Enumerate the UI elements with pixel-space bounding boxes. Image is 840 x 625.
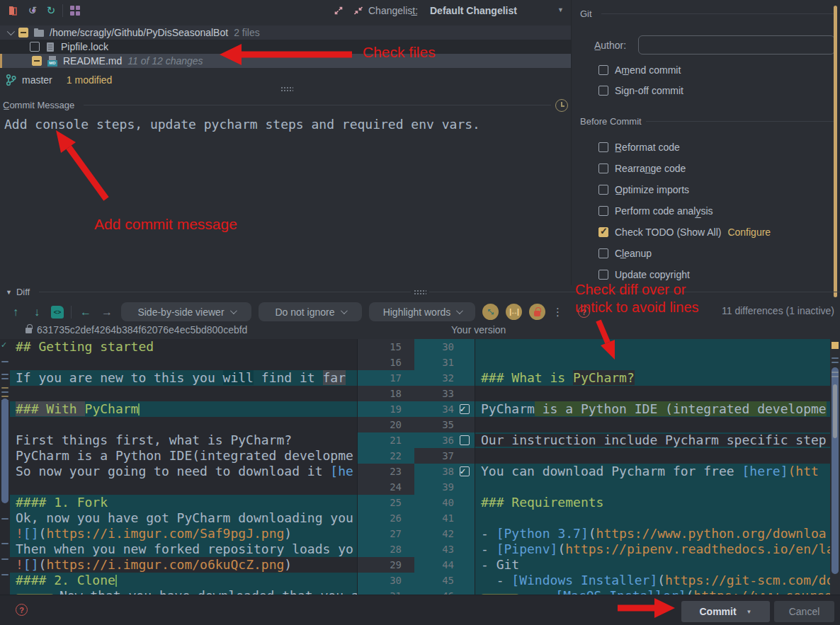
disable-editing-toggle[interactable] (529, 304, 545, 320)
diff-gutter-row: 2540 (358, 495, 475, 510)
before-commit-item-4-checkbox[interactable] (598, 227, 608, 237)
diff-section-label: Diff (16, 287, 30, 297)
viewer-mode-dropdown[interactable]: Side-by-side viewer (121, 302, 251, 321)
author-label: A̲uthor: (594, 40, 626, 51)
diff-left-pane[interactable]: ## Getting startedIf you are new to this… (10, 339, 358, 595)
toolbar-separator (71, 306, 72, 319)
git-option-0[interactable]: Am̲end commit (598, 63, 681, 77)
annotation-check-diff-line1: Check diff over or (575, 282, 686, 298)
diff-line: First things first, what is PyCharm? (10, 432, 357, 448)
root-checkbox[interactable] (18, 28, 28, 38)
whitespace-dropdown[interactable]: Do not ignore (259, 302, 362, 321)
tree-row-root[interactable]: /home/scragly/Github/PyDisSeasonalBot 2 … (0, 25, 571, 40)
commit-options-caret-icon[interactable]: ▼ (747, 609, 752, 615)
before-commit-item-0[interactable]: R̲eformat code (598, 140, 680, 154)
synchronize-scrolling-toggle[interactable]: |↔| (506, 304, 522, 320)
next-change-icon[interactable]: → (100, 306, 114, 319)
diff-right-pane[interactable]: ### What is PyCharm?PyCharm is a Python … (475, 339, 830, 595)
diff-line: #### 2. Clone (10, 573, 357, 588)
changelist-dropdown[interactable]: Default Changelist (430, 5, 517, 16)
previous-difference-icon[interactable]: ↑ (8, 306, 23, 319)
include-change-checkbox[interactable] (460, 466, 470, 476)
diff-splitter-handle[interactable] (414, 289, 426, 294)
error-stripe-marker (832, 342, 839, 349)
before-commit-item-2[interactable]: O̲ptimize imports (598, 183, 689, 197)
right-side-title: Your version (451, 324, 506, 336)
annotation-check-diff-line2: untick to avoid lines (575, 299, 699, 316)
annotation-add-commit-message: Add commit message (94, 216, 237, 233)
before-commit-item-5[interactable]: Cl̲eanup (598, 246, 652, 260)
diff-gutter-row: 1732 (358, 370, 475, 386)
diff-gutter: 1530163117321833193420352136223723382439… (358, 339, 475, 595)
readme-checkbox[interactable] (32, 56, 42, 66)
tree-row-pipfile[interactable]: Pipfile.lock (0, 40, 571, 54)
right-editor-scrollbar[interactable] (830, 339, 840, 595)
git-branch-icon (6, 74, 16, 86)
diff-line: If you are new to this you will find it … (10, 370, 357, 386)
before-commit-item-1[interactable]: Rearran̲ge code (598, 161, 686, 176)
collapse-diff-icon[interactable]: ▼ (6, 289, 12, 296)
branch-name[interactable]: master (22, 74, 52, 86)
history-icon-dot (32, 9, 35, 12)
message-history-icon[interactable] (555, 99, 568, 112)
git-option-1-checkbox[interactable] (598, 86, 608, 96)
highlight-mode-dropdown[interactable]: Highlight words (369, 302, 475, 321)
before-commit-item-0-checkbox[interactable] (598, 142, 608, 152)
editor-settings-icon[interactable]: ⋮ (552, 306, 561, 319)
collapse-unchanged-toggle[interactable]: ⤡ (482, 304, 499, 320)
include-change-checkbox[interactable] (460, 435, 470, 445)
diff-line (475, 510, 830, 526)
diff-line: - Git (475, 557, 830, 573)
chevron-down-icon (230, 307, 237, 314)
group-by-icon[interactable] (68, 4, 82, 18)
before-commit-item-2-label: O̲ptimize imports (615, 184, 689, 195)
git-option-1[interactable]: Sign-off commit (598, 84, 683, 98)
before-commit-item-6[interactable]: Update copyright (598, 268, 690, 282)
jump-to-source-icon[interactable]: <> (51, 306, 64, 319)
diff-gutter-row: 1631 (358, 355, 475, 370)
commit-button[interactable]: Commit ▼ (681, 601, 770, 622)
root-file-count: 2 files (234, 27, 260, 38)
before-commit-item-4-configure-link[interactable]: Configure (727, 227, 771, 238)
before-commit-item-5-checkbox[interactable] (598, 248, 608, 258)
previous-change-icon[interactable]: ← (79, 306, 93, 319)
refresh-icon[interactable]: ↻ (44, 4, 58, 18)
dialog-help-icon[interactable]: ? (16, 604, 28, 616)
panel-scrollbar[interactable] (834, 6, 837, 297)
diff-line: ### Requirements (475, 495, 830, 510)
before-commit-item-3[interactable]: Perform code analy̲sis (598, 204, 713, 218)
diff-line (475, 479, 830, 495)
collapse-all-icon[interactable] (351, 4, 365, 18)
diff-gutter-row: 2237 (358, 448, 475, 464)
chevron-down-icon[interactable] (7, 28, 15, 35)
git-option-0-checkbox[interactable] (598, 65, 608, 75)
before-commit-item-2-checkbox[interactable] (598, 185, 608, 195)
before-commit-item-5-label: Cl̲eanup (615, 248, 652, 259)
modified-count[interactable]: 1 modified (67, 74, 113, 86)
pipfile-checkbox[interactable] (30, 42, 40, 52)
author-input[interactable] (638, 35, 835, 55)
include-change-checkbox[interactable] (460, 404, 470, 414)
before-commit-item-6-checkbox[interactable] (598, 270, 608, 280)
diff-line (10, 355, 357, 370)
before-commit-item-4[interactable]: Check TODO (Show All)Configure (598, 225, 771, 239)
expand-all-icon[interactable] (331, 4, 346, 18)
next-difference-icon[interactable]: ↓ (30, 306, 44, 319)
cancel-button[interactable]: Cancel (774, 601, 834, 622)
rollback-icon[interactable] (6, 4, 20, 18)
branch-bar: master 1 modified (6, 72, 112, 88)
scrollbar-thumb[interactable] (1, 398, 8, 503)
left-editor-scrollbar[interactable]: ✓ (0, 339, 10, 595)
diff-gutter-row: 2944 (358, 557, 475, 573)
changelist-caret-icon[interactable]: ▼ (557, 6, 564, 13)
before-commit-item-6-label: Update copyright (615, 269, 690, 280)
commit-message-input[interactable]: Add console steps, update pycharm steps … (4, 117, 480, 132)
diff-toolbar: ↑ ↓ <> ← → Side-by-side viewer Do not ig… (0, 301, 840, 323)
diff-gutter-row: 2742 (358, 526, 475, 541)
splitter-handle[interactable] (280, 86, 293, 91)
before-commit-item-3-checkbox[interactable] (598, 206, 608, 216)
before-commit-item-1-checkbox[interactable] (598, 164, 608, 173)
tree-row-readme[interactable]: MD README.md 11 of 12 changes (0, 54, 571, 68)
diff-line: - [MacOS Installer](https://www.sourcefo… (475, 588, 830, 595)
diff-section-header[interactable]: ▼ Diff (6, 287, 30, 297)
